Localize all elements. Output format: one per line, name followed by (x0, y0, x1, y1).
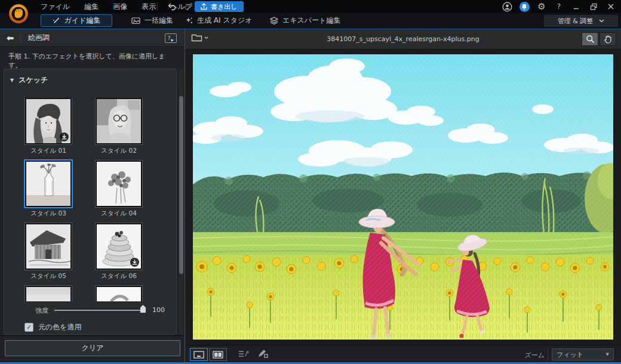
tab-batch-label: 一括編集 (145, 16, 173, 26)
tab-guided-edit[interactable]: ガイド編集 (41, 14, 112, 27)
restore-window-icon[interactable] (588, 1, 599, 12)
step-instruction: 手順 1. 下のエフェクトを選択して、画像に適用します。 (8, 52, 170, 70)
strength-slider-track[interactable] (54, 310, 145, 311)
style-item-06[interactable]: スタイル 06 (94, 223, 144, 286)
export-icon (201, 3, 207, 10)
split-view-icon (213, 351, 223, 359)
tutorial-help-icon[interactable]: ?▶ (165, 33, 177, 43)
download-badge-icon (60, 132, 69, 141)
collapse-triangle-icon: ▼ (10, 78, 14, 83)
content-area: ⬅ 絵画調 ?▶ 手順 1. 下のエフェクトを選択して、画像に適用します。 ▼ … (0, 29, 621, 362)
help-icon[interactable]: ? (554, 1, 564, 12)
close-icon[interactable] (605, 1, 616, 12)
zoom-label: ズーム (524, 351, 545, 360)
single-view-button[interactable] (190, 348, 208, 361)
settings-gear-icon[interactable]: ⚙ (536, 1, 547, 12)
styles-box: ▼ スケッチ スタイル 01 (4, 69, 177, 335)
compare-view-button[interactable] (209, 348, 227, 361)
ai-sparkle-icon (185, 17, 193, 24)
effect-panel: ⬅ 絵画調 ?▶ 手順 1. 下のエフェクトを選択して、画像に適用します。 ▼ … (0, 29, 185, 363)
menu-image[interactable]: 画像 (113, 2, 127, 12)
account-icon[interactable] (502, 1, 512, 12)
photo-stack-icon (131, 17, 140, 24)
strength-slider-row: 強度 100 (4, 303, 177, 317)
viewer-bottom-bar: ズーム フィット ▼ (185, 345, 621, 363)
zoom-tool-button[interactable] (582, 32, 598, 46)
panel-scrollbar-thumb[interactable] (179, 96, 183, 274)
viewer-top-bar: 3841007_s_upscayl_4x_realesrgan-x4plus.p… (185, 29, 621, 50)
zoom-fit-dropdown[interactable]: フィット ▼ (552, 348, 614, 360)
magic-wand-icon (53, 17, 60, 24)
manage-adjust-dropdown[interactable]: 管理 & 調整 (544, 15, 618, 27)
style-thumb-03[interactable] (25, 161, 72, 207)
pan-tool-button[interactable] (600, 32, 616, 46)
strength-value: 100 (152, 306, 165, 314)
open-filename: 3841007_s_upscayl_4x_realesrgan-x4plus.p… (185, 35, 621, 43)
mode-tab-bar: ガイド編集 一括編集 生成 AI スタジオ エキスパート編集 管理 & 調整 (0, 13, 621, 29)
panel-header: ⬅ 絵画調 ?▶ (0, 29, 184, 47)
clear-button[interactable]: クリア (5, 340, 180, 356)
style-thumb-07[interactable] (25, 286, 72, 301)
notifications-icon[interactable] (519, 1, 530, 12)
menu-edit[interactable]: 編集 (84, 2, 99, 12)
style-thumb-06[interactable] (96, 223, 142, 270)
style-item-03[interactable]: スタイル 03 (23, 161, 73, 223)
layers-icon (270, 17, 278, 24)
minimize-icon[interactable] (571, 1, 582, 12)
original-color-checkbox[interactable]: ✓ (24, 323, 33, 332)
style-thumb-08[interactable] (96, 286, 142, 301)
style-label-02: スタイル 02 (94, 147, 144, 155)
style-label-03: スタイル 03 (23, 209, 73, 218)
chevron-down-icon (599, 19, 604, 23)
menu-separator (157, 2, 158, 11)
style-item-02[interactable]: スタイル 02 (94, 98, 144, 161)
adjust-pen-icon[interactable] (257, 349, 269, 359)
single-view-icon (193, 351, 204, 359)
style-item-04[interactable]: スタイル 04 (94, 161, 144, 223)
tab-batch-edit[interactable]: 一括編集 (125, 14, 179, 27)
style-thumbnail-grid: スタイル 01 スタイル 02 スタイル 03 (23, 98, 173, 301)
style-item-05[interactable]: スタイル 05 (23, 223, 73, 286)
header-separator (20, 33, 21, 43)
app-logo-icon (6, 2, 31, 26)
tab-expert-label: エキスパート編集 (282, 16, 340, 26)
strength-slider-handle[interactable] (140, 305, 146, 313)
style-thumb-04[interactable] (96, 161, 142, 207)
bottom-separator (548, 348, 548, 361)
image-canvas[interactable] (185, 50, 621, 345)
download-badge-icon (130, 258, 139, 267)
original-color-row: ✓ 元の色を適用 (24, 322, 82, 332)
section-label: スケッチ (19, 75, 48, 85)
style-item-08[interactable] (94, 286, 144, 301)
export-label: 書き出し (211, 2, 238, 11)
export-button[interactable]: 書き出し (195, 1, 244, 12)
back-arrow-icon[interactable]: ⬅ (0, 33, 20, 44)
style-label-06: スタイル 06 (94, 272, 144, 280)
style-thumb-05[interactable] (25, 223, 72, 270)
menu-view[interactable]: 表示 (142, 2, 156, 12)
title-bar: ファイル 編集 画像 表示 ヘルプ 書き出し (0, 0, 621, 13)
style-item-07[interactable] (23, 286, 73, 301)
undo-icon[interactable] (166, 1, 178, 12)
app-window: ファイル 編集 画像 表示 ヘルプ 書き出し (0, 0, 621, 364)
manage-adjust-label: 管理 & 調整 (558, 17, 594, 26)
hand-icon (604, 35, 612, 44)
dropdown-caret-icon: ▼ (606, 352, 609, 357)
edited-image[interactable] (193, 54, 613, 340)
section-header-sketch[interactable]: ▼ スケッチ (10, 75, 48, 85)
panel-scrollbar-track[interactable] (179, 69, 183, 335)
style-label-05: スタイル 05 (23, 272, 73, 280)
style-label-04: スタイル 04 (94, 209, 144, 218)
tab-expert-edit[interactable]: エキスパート編集 (264, 14, 346, 27)
style-thumb-01[interactable] (25, 98, 72, 144)
style-item-01[interactable]: スタイル 01 (23, 98, 73, 161)
tab-generative-ai-studio[interactable]: 生成 AI スタジオ (179, 14, 259, 27)
redo-icon[interactable] (183, 1, 195, 12)
tab-ai-label: 生成 AI スタジオ (197, 16, 253, 26)
strength-label: 強度 (35, 306, 48, 315)
history-list-icon[interactable] (238, 349, 250, 359)
menu-file[interactable]: ファイル (41, 2, 70, 12)
viewer-area: 3841007_s_upscayl_4x_realesrgan-x4plus.p… (185, 29, 621, 363)
original-color-label: 元の色を適用 (38, 322, 82, 332)
style-thumb-02[interactable] (96, 98, 142, 144)
